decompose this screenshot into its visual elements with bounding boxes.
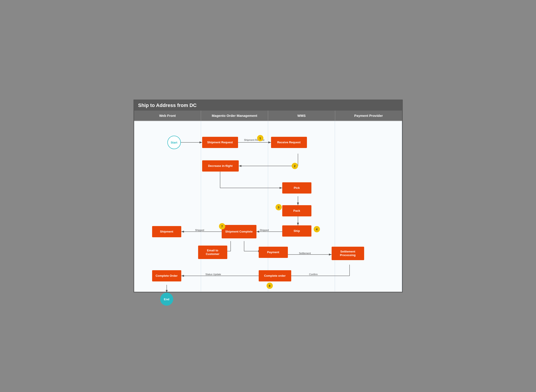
header-web-front: Web Front: [134, 111, 201, 121]
header-mom: Magento Order Management: [201, 111, 268, 121]
swim-lanes: Shipment Request Shipped Shipped Settlem…: [134, 121, 402, 292]
box-complete-order-web: Complete Order: [152, 270, 181, 281]
label-settlement: Settlement: [299, 252, 311, 255]
start-circle: Start: [167, 136, 181, 149]
badge-3: 3: [276, 204, 282, 210]
box-pack: Pack: [282, 205, 311, 216]
badge-8: 8: [267, 283, 273, 289]
end-circle: End: [160, 293, 173, 306]
diagram-title: Ship to Address from DC: [134, 100, 402, 111]
box-shipment: Shipment: [152, 226, 181, 237]
header-row: Web Front Magento Order Management WMS P…: [134, 111, 402, 121]
label-status-update: Status Update: [206, 273, 221, 276]
box-email-customer: Email to Customer: [198, 246, 227, 259]
badge-7: 7: [219, 223, 225, 229]
header-wms: WMS: [268, 111, 335, 121]
box-ship: Ship: [282, 225, 311, 237]
header-payment-provider: Payment Provider: [335, 111, 402, 121]
label-shipped-right: Shipped: [260, 229, 269, 231]
box-decrease-inflight: Decrease in-flight: [202, 160, 239, 172]
box-payment: Payment: [259, 247, 288, 258]
label-shipped-left: Shipped: [195, 229, 204, 231]
box-receive-request: Receive Request: [271, 137, 307, 148]
box-settlement-processing: Settlement Processing: [332, 247, 364, 260]
badge-4: 4: [314, 226, 320, 232]
lane-web-front: [134, 121, 201, 292]
box-pick: Pick: [282, 182, 311, 194]
badge-1: 1: [257, 135, 263, 141]
lane-payment-provider: [335, 121, 402, 292]
box-shipment-request: Shipment Request: [202, 137, 238, 148]
label-confirm: Confirm: [309, 273, 318, 276]
box-complete-order-mom: Complete order: [259, 270, 291, 281]
box-shipment-complete: Shipment Complete: [222, 225, 256, 238]
diagram-wrapper: Ship to Address from DC Web Front Magent…: [133, 100, 403, 292]
badge-2: 2: [292, 163, 298, 169]
